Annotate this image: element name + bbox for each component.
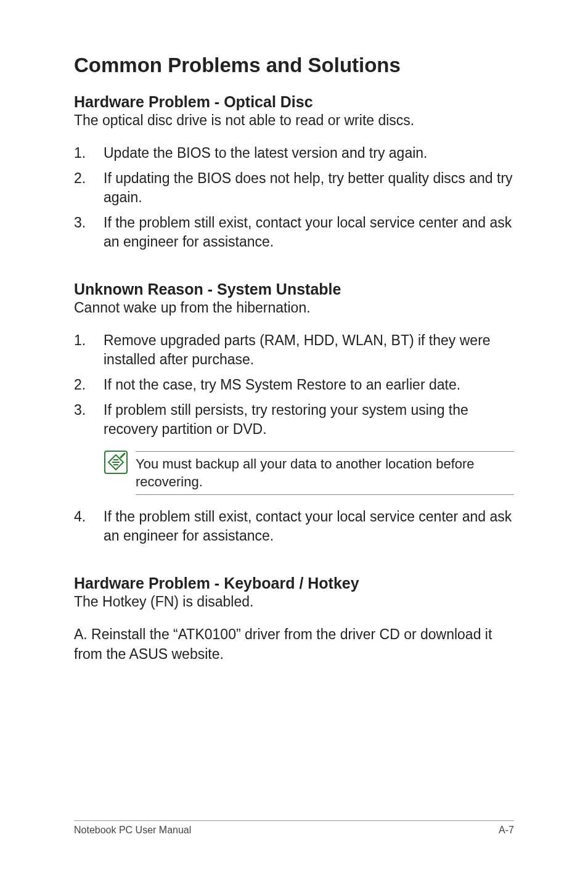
list-text: If updating the BIOS does not help, try … <box>104 169 514 207</box>
note-text: You must backup all your data to another… <box>136 452 514 494</box>
list-number: 4. <box>74 507 104 545</box>
note-callout: You must backup all your data to another… <box>104 447 514 499</box>
list-number: 2. <box>74 169 104 207</box>
page-footer: Notebook PC User Manual A-7 <box>74 820 514 836</box>
ordered-list: 1. Remove upgraded parts (RAM, HDD, WLAN… <box>74 331 514 439</box>
list-item: 1. Remove upgraded parts (RAM, HDD, WLAN… <box>74 331 514 369</box>
section-intro: Cannot wake up from the hibernation. <box>74 298 514 317</box>
section-heading: Hardware Problem - Keyboard / Hotkey <box>74 574 514 592</box>
footer-left: Notebook PC User Manual <box>74 825 191 836</box>
page: Common Problems and Solutions Hardware P… <box>0 0 588 874</box>
list-item: 2. If updating the BIOS does not help, t… <box>74 169 514 207</box>
list-item: 3. If the problem still exist, contact y… <box>74 213 514 251</box>
list-item: 1. Update the BIOS to the latest version… <box>74 144 514 163</box>
page-title: Common Problems and Solutions <box>74 53 514 78</box>
footer-right: A-7 <box>499 825 514 836</box>
list-number: 1. <box>74 331 104 369</box>
note-icon <box>104 450 136 477</box>
section-keyboard-hotkey: Hardware Problem - Keyboard / Hotkey The… <box>74 574 514 663</box>
list-number: 3. <box>74 401 104 439</box>
section-heading: Hardware Problem - Optical Disc <box>74 92 514 111</box>
list-item: 3. If problem still persists, try restor… <box>74 401 514 439</box>
divider <box>136 494 514 495</box>
section-system-unstable: Unknown Reason - System Unstable Cannot … <box>74 280 514 546</box>
section-intro: The optical disc drive is not able to re… <box>74 111 514 130</box>
list-number: 3. <box>74 213 104 251</box>
ordered-list-continued: 4. If the problem still exist, contact y… <box>74 507 514 545</box>
list-item: 2. If not the case, try MS System Restor… <box>74 375 514 394</box>
list-number: 2. <box>74 375 104 394</box>
list-text: If the problem still exist, contact your… <box>104 213 514 251</box>
section-optical-disc: Hardware Problem - Optical Disc The opti… <box>74 92 514 251</box>
section-heading: Unknown Reason - System Unstable <box>74 280 514 298</box>
list-text: If problem still persists, try restoring… <box>104 401 514 439</box>
list-item: 4. If the problem still exist, contact y… <box>74 507 514 545</box>
ordered-list: 1. Update the BIOS to the latest version… <box>74 144 514 251</box>
list-text: Remove upgraded parts (RAM, HDD, WLAN, B… <box>104 331 514 369</box>
list-number: 1. <box>74 144 104 163</box>
section-body: A. Reinstall the “ATK0100” driver from t… <box>74 625 514 663</box>
list-text: Update the BIOS to the latest version an… <box>104 144 514 163</box>
list-text: If not the case, try MS System Restore t… <box>104 375 514 394</box>
list-text: If the problem still exist, contact your… <box>104 507 514 545</box>
section-intro: The Hotkey (FN) is disabled. <box>74 592 514 611</box>
note-body: You must backup all your data to another… <box>136 447 514 499</box>
